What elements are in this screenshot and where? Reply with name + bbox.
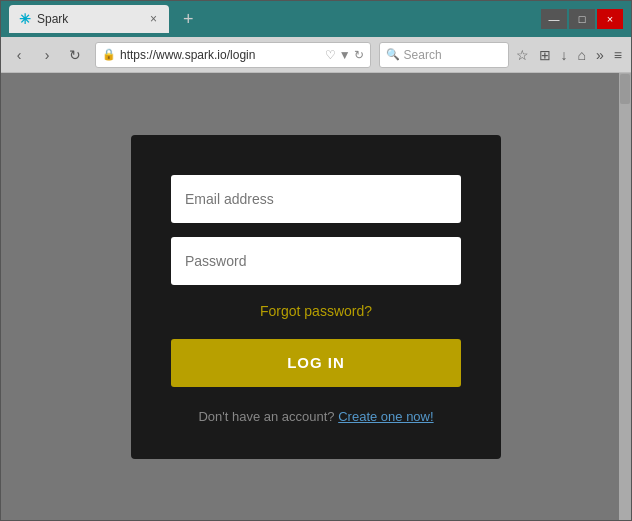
scrollbar[interactable] xyxy=(619,73,631,520)
page-content: Forgot password? LOG IN Don't have an ac… xyxy=(1,73,631,520)
nav-bar: ‹ › ↻ 🔒 https://www.spark.io/login ♡ ▼ ↻… xyxy=(1,37,631,73)
search-bar[interactable]: 🔍 Search xyxy=(379,42,509,68)
dropdown-icon: ▼ xyxy=(339,48,351,62)
address-text: https://www.spark.io/login xyxy=(120,48,321,62)
bookmark-icon[interactable]: ☆ xyxy=(513,45,532,65)
forgot-password-link[interactable]: Forgot password? xyxy=(260,303,372,319)
close-button[interactable]: × xyxy=(597,9,623,29)
scrollbar-thumb[interactable] xyxy=(620,74,630,104)
home-icon[interactable]: ⌂ xyxy=(575,45,589,65)
window-controls: — □ × xyxy=(541,9,623,29)
maximize-button[interactable]: □ xyxy=(569,9,595,29)
reload-icon[interactable]: ↻ xyxy=(354,48,364,62)
search-placeholder: Search xyxy=(404,48,442,62)
back-button[interactable]: ‹ xyxy=(7,43,31,67)
more-icon[interactable]: » xyxy=(593,45,607,65)
refresh-button[interactable]: ↻ xyxy=(63,43,87,67)
no-account-label: Don't have an account? xyxy=(198,409,334,424)
nav-extra-icons: ☆ ⊞ ↓ ⌂ » ≡ xyxy=(513,45,625,65)
create-account-text: Don't have an account? Create one now! xyxy=(198,409,433,424)
heart-icon: ♡ xyxy=(325,48,336,62)
create-account-link[interactable]: Create one now! xyxy=(338,409,433,424)
forward-button[interactable]: › xyxy=(35,43,59,67)
title-bar: ✳ Spark × + — □ × xyxy=(1,1,631,37)
address-bar[interactable]: 🔒 https://www.spark.io/login ♡ ▼ ↻ xyxy=(95,42,371,68)
download-icon[interactable]: ↓ xyxy=(558,45,571,65)
login-button[interactable]: LOG IN xyxy=(171,339,461,387)
spark-icon: ✳ xyxy=(19,11,31,27)
reader-icon[interactable]: ⊞ xyxy=(536,45,554,65)
address-extra-icons: ♡ ▼ ↻ xyxy=(325,48,364,62)
search-icon: 🔍 xyxy=(386,48,400,61)
tab-title: Spark xyxy=(37,12,68,26)
email-input[interactable] xyxy=(171,175,461,223)
browser-window: ✳ Spark × + — □ × ‹ › ↻ 🔒 https://www.sp… xyxy=(0,0,632,521)
new-tab-button[interactable]: + xyxy=(175,9,202,30)
login-container: Forgot password? LOG IN Don't have an ac… xyxy=(131,135,501,459)
lock-icon: 🔒 xyxy=(102,48,116,61)
tab-close-button[interactable]: × xyxy=(148,12,159,26)
menu-icon[interactable]: ≡ xyxy=(611,45,625,65)
browser-tab[interactable]: ✳ Spark × xyxy=(9,5,169,33)
minimize-button[interactable]: — xyxy=(541,9,567,29)
password-input[interactable] xyxy=(171,237,461,285)
